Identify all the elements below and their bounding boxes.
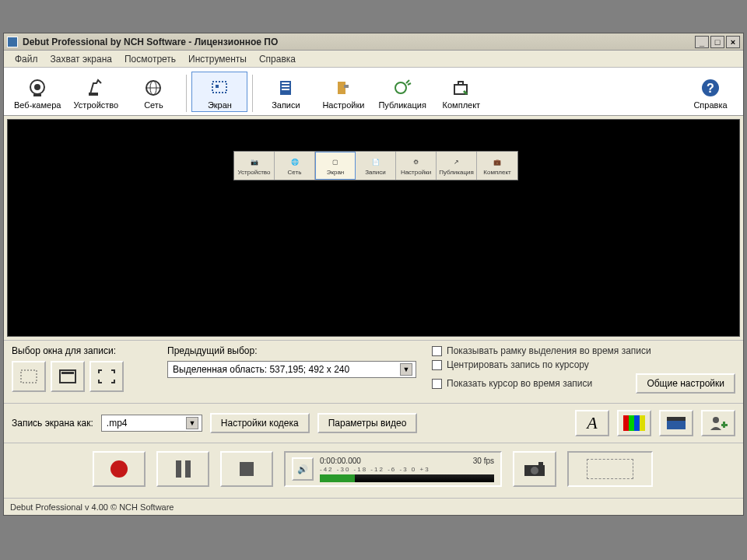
checkbox-icon bbox=[432, 379, 442, 389]
svg-rect-28 bbox=[667, 417, 686, 421]
mute-button[interactable]: 🔊 bbox=[292, 457, 314, 481]
window-title: Debut Professional by NCH Software - Лиц… bbox=[23, 37, 695, 47]
meter-scale-labels: -42 -30 -18 -12 -6 -3 0 +3 bbox=[320, 466, 494, 473]
effects-button[interactable] bbox=[659, 410, 693, 436]
check-show-cursor[interactable]: Показать курсор во время записи Общие на… bbox=[432, 373, 735, 394]
person-add-icon bbox=[707, 415, 729, 432]
toolbar-webcam[interactable]: Веб-камера bbox=[9, 72, 66, 112]
record-icon bbox=[110, 460, 128, 478]
device-icon: 📷 bbox=[247, 156, 261, 169]
level-meter bbox=[320, 474, 494, 482]
toolbar-recordings[interactable]: Записи bbox=[258, 72, 314, 112]
format-combo[interactable]: .mp4 ▼ bbox=[101, 415, 202, 432]
network-icon bbox=[142, 77, 164, 99]
toolbar-separator bbox=[252, 75, 253, 112]
svg-rect-22 bbox=[61, 372, 74, 374]
screen-icon bbox=[209, 77, 230, 99]
main-toolbar: Веб-камера Устройство Сеть Экран З bbox=[4, 68, 743, 116]
transport-controls: 🔊 0:00:00.000 30 fps -42 -30 -18 -12 -6 … bbox=[4, 443, 743, 498]
app-window: Debut Professional by NCH Software - Лиц… bbox=[3, 33, 744, 516]
select-window-button[interactable] bbox=[51, 361, 85, 392]
stop-button[interactable] bbox=[220, 451, 273, 487]
screen-icon: ▢ bbox=[328, 156, 342, 169]
prev-selection-label: Предыдущий выбор: bbox=[167, 345, 416, 356]
svg-rect-26 bbox=[640, 415, 645, 431]
record-button[interactable] bbox=[93, 451, 146, 487]
minimize-button[interactable]: _ bbox=[695, 36, 709, 48]
toolbar-settings[interactable]: Настройки bbox=[315, 72, 371, 112]
help-icon: ? bbox=[700, 77, 721, 99]
menu-view[interactable]: Посмотреть bbox=[120, 52, 181, 66]
snapshot-button[interactable] bbox=[513, 451, 556, 487]
toolbar-help[interactable]: ? Справка bbox=[682, 72, 738, 112]
chevron-down-icon: ▼ bbox=[400, 363, 412, 376]
video-params-button[interactable]: Параметры видео bbox=[317, 413, 418, 433]
mini-suite[interactable]: 💼Комплект bbox=[477, 152, 517, 180]
preview-area: 📷Устройство 🌐Сеть ▢Экран 📄Записи ⚙Настро… bbox=[7, 119, 740, 337]
maximize-button[interactable]: □ bbox=[710, 36, 724, 48]
menu-file[interactable]: Файл bbox=[10, 52, 43, 66]
mini-network[interactable]: 🌐Сеть bbox=[275, 152, 315, 180]
check-show-frame[interactable]: Показывать рамку выделения во время запи… bbox=[432, 345, 735, 356]
check-center-cursor[interactable]: Центрировать запись по курсору bbox=[432, 359, 735, 370]
svg-point-1 bbox=[34, 84, 40, 90]
text-icon: A bbox=[587, 413, 597, 433]
svg-rect-27 bbox=[667, 420, 686, 429]
toolbar-suite[interactable]: Комплект bbox=[433, 72, 489, 112]
mini-screen[interactable]: ▢Экран bbox=[315, 152, 356, 180]
menu-capture[interactable]: Захват экрана bbox=[46, 52, 117, 66]
mini-publish[interactable]: ↗Публикация bbox=[437, 152, 477, 180]
select-region-button[interactable] bbox=[12, 361, 46, 392]
mini-settings[interactable]: ⚙Настройки bbox=[396, 152, 437, 180]
window-selection-label: Выбор окна для записи: bbox=[12, 345, 152, 356]
svg-point-33 bbox=[531, 467, 538, 474]
mini-toolbar: 📷Устройство 🌐Сеть ▢Экран 📄Записи ⚙Настро… bbox=[233, 151, 518, 180]
app-icon bbox=[7, 37, 18, 47]
select-fullscreen-button[interactable] bbox=[89, 361, 124, 392]
pause-icon bbox=[176, 460, 191, 478]
titlebar: Debut Professional by NCH Software - Лиц… bbox=[4, 33, 743, 51]
close-button[interactable]: × bbox=[726, 36, 740, 48]
audio-meter: 🔊 0:00:00.000 30 fps -42 -30 -18 -12 -6 … bbox=[284, 451, 502, 487]
svg-point-15 bbox=[395, 82, 406, 93]
color-bars-icon bbox=[623, 415, 645, 431]
svg-rect-34 bbox=[538, 462, 543, 466]
toolbar-screen[interactable]: Экран bbox=[191, 72, 247, 112]
region-preview[interactable] bbox=[567, 451, 653, 487]
menu-help[interactable]: Справка bbox=[254, 52, 300, 66]
device-icon bbox=[85, 77, 107, 99]
camera-icon bbox=[523, 460, 546, 478]
watermark-button[interactable] bbox=[701, 410, 735, 436]
publish-icon: ↗ bbox=[450, 156, 464, 169]
publish-icon bbox=[391, 77, 413, 99]
svg-rect-7 bbox=[212, 82, 226, 93]
recordings-icon bbox=[275, 77, 296, 99]
text-overlay-button[interactable]: A bbox=[575, 410, 609, 436]
color-adjust-button[interactable] bbox=[617, 410, 651, 436]
svg-rect-8 bbox=[216, 85, 219, 88]
toolbar-publish[interactable]: Публикация bbox=[373, 72, 431, 112]
toolbar-network[interactable]: Сеть bbox=[125, 72, 181, 112]
general-settings-button[interactable]: Общие настройки bbox=[636, 373, 735, 394]
menubar: Файл Захват экрана Посмотреть Инструмент… bbox=[4, 51, 743, 68]
toolbar-device[interactable]: Устройство bbox=[68, 72, 124, 112]
codec-settings-button[interactable]: Настройки кодека bbox=[210, 413, 310, 433]
mini-device[interactable]: 📷Устройство bbox=[234, 152, 275, 180]
svg-rect-14 bbox=[344, 85, 349, 88]
network-icon: 🌐 bbox=[288, 156, 302, 169]
dashed-region-icon bbox=[587, 459, 633, 479]
recordings-icon: 📄 bbox=[369, 156, 383, 169]
pause-button[interactable] bbox=[156, 451, 209, 487]
svg-point-29 bbox=[713, 417, 719, 423]
toolbar-separator bbox=[186, 75, 187, 112]
settings-icon bbox=[332, 77, 354, 99]
mini-recordings[interactable]: 📄Записи bbox=[356, 152, 396, 180]
svg-rect-11 bbox=[282, 86, 289, 87]
format-panel: Запись экрана как: .mp4 ▼ Настройки коде… bbox=[4, 403, 743, 443]
menu-tools[interactable]: Инструменты bbox=[184, 52, 251, 66]
prev-selection-combo[interactable]: Выделенная область: 537,195; 492 x 240 ▼ bbox=[167, 361, 416, 378]
status-text: Debut Professional v 4.00 © NCH Software bbox=[10, 502, 174, 512]
svg-rect-2 bbox=[33, 94, 41, 96]
svg-rect-10 bbox=[282, 82, 289, 84]
svg-rect-12 bbox=[282, 89, 289, 90]
